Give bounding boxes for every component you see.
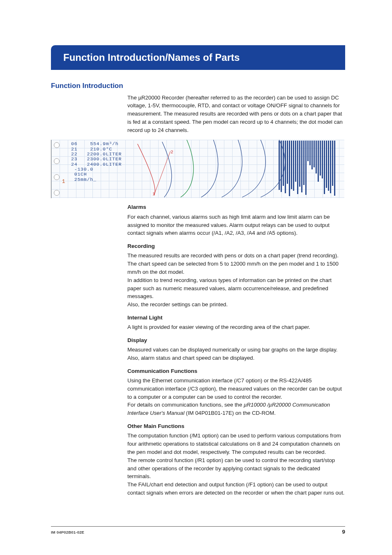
body-text: The remote control function (/R1 option)…: [127, 456, 345, 481]
body-text: Measured values can be displayed numeric…: [127, 346, 345, 362]
body-text: The FAIL/chart end detection and output …: [127, 481, 345, 497]
page: Function Introduction/Names of Parts Fun…: [0, 0, 392, 555]
chart-sample-figure: 06 554.9m³/h 21 210.0°C 22 2200.0LITER 2…: [51, 140, 344, 198]
section-other-main-functions: Other Main Functions The computation fun…: [127, 422, 345, 497]
section-alarms: Alarms For each channel, various alarms …: [127, 203, 345, 237]
intro-paragraph: The µR20000 Recorder (hereafter referred…: [127, 94, 345, 134]
body-text: Using the Ethernet communication interfa…: [127, 377, 345, 401]
section-recording: Recording The measured results are recor…: [127, 242, 345, 309]
body-text: The computation function (/M1 option) ca…: [127, 432, 345, 456]
body-text: For details on communication functions, …: [127, 401, 345, 417]
section-heading-function-introduction: Function Introduction: [51, 81, 345, 91]
footer-doc-id: IM 04P02B01-02E: [51, 530, 84, 535]
footer-page-number: 9: [342, 528, 345, 536]
body-text: The measured results are recorded with p…: [127, 252, 345, 276]
heading-display: Display: [127, 336, 345, 345]
section-internal-light: Internal Light A light is provided for e…: [127, 314, 345, 331]
section-display: Display Measured values can be displayed…: [127, 336, 345, 362]
section-communication-functions: Communication Functions Using the Ethern…: [127, 367, 345, 417]
heading-other-main-functions: Other Main Functions: [127, 422, 345, 430]
recorded-bars-icon: [279, 141, 344, 198]
body-text: In addition to trend recording, various …: [127, 276, 345, 301]
text-run: (IM 04P01B01-17E) on the CD-ROM.: [184, 410, 276, 416]
page-title-banner: Function Introduction/Names of Parts: [51, 45, 345, 70]
heading-recording: Recording: [127, 242, 345, 250]
heading-communication-functions: Communication Functions: [127, 367, 345, 375]
body-text: A light is provided for easier viewing o…: [127, 323, 345, 331]
heading-internal-light: Internal Light: [127, 314, 345, 322]
body-text: Also, the recorder settings can be print…: [127, 301, 345, 309]
heading-alarms: Alarms: [127, 203, 345, 211]
body-text: For each channel, various alarms such as…: [127, 213, 345, 237]
page-footer: IM 04P02B01-02E 9: [51, 526, 345, 536]
text-run: For details on communication functions, …: [127, 402, 244, 408]
